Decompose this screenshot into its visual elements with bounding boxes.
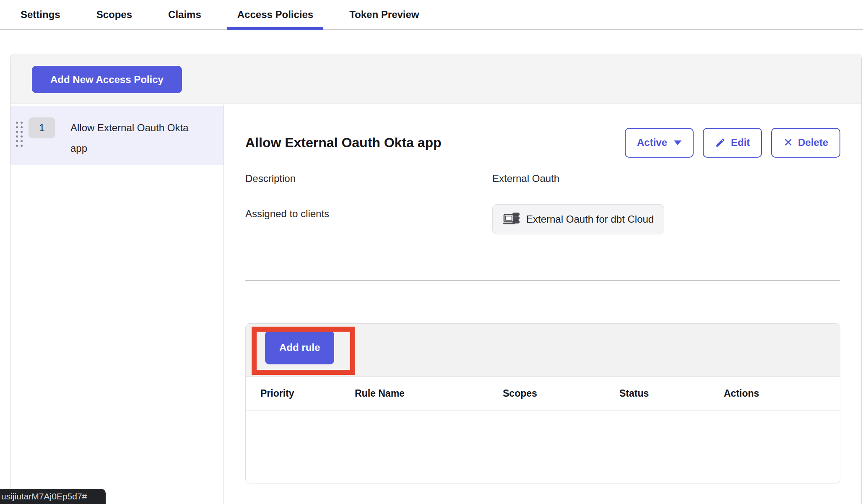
column-header-rule-name: Rule Name [355,388,503,399]
tab-token-preview-label: Token Preview [349,9,419,21]
chevron-down-icon [674,140,681,145]
column-header-status: Status [619,388,724,399]
drag-handle-icon[interactable] [16,122,23,147]
pencil-icon [715,137,726,148]
client-chip-label: External Oauth for dbt Cloud [526,213,654,225]
tab-claims[interactable]: Claims [158,0,211,29]
tab-scopes-label: Scopes [96,9,132,21]
rules-table-header: Priority Rule Name Scopes Status Actions [246,377,840,410]
tab-token-preview[interactable]: Token Preview [339,0,429,29]
policy-order-badge: 1 [29,117,55,138]
policy-list-item[interactable]: 1 Allow External Oauth Okta app [10,106,224,165]
policy-title: Allow External Oauth Okta app [245,135,442,151]
tab-access-policies-label: Access Policies [237,9,313,21]
delete-button[interactable]: ✕ Delete [771,128,840,158]
tab-access-policies[interactable]: Access Policies [227,0,323,29]
assigned-clients-row: Assigned to clients External Oauth for d… [245,208,840,234]
description-row: Description External Oauth [245,173,840,184]
add-rule-button[interactable]: Add rule [265,331,334,364]
tab-claims-label: Claims [168,9,201,21]
panel-body: 1 Allow External Oauth Okta app Allow Ex… [10,104,861,504]
client-chip: External Oauth for dbt Cloud [492,204,664,234]
delete-button-label: Delete [798,137,828,148]
column-header-priority: Priority [246,388,355,399]
policy-detail-pane: Allow External Oauth Okta app Active Edi… [224,104,861,504]
close-x-icon: ✕ [783,137,793,148]
description-label: Description [245,173,492,184]
policy-detail-header: Allow External Oauth Okta app Active Edi… [245,126,840,159]
policy-list-sidebar: 1 Allow External Oauth Okta app [10,104,224,504]
policy-action-buttons: Active Edit ✕ Delete [625,128,840,158]
tab-settings[interactable]: Settings [10,0,70,29]
tab-scopes[interactable]: Scopes [86,0,142,29]
assigned-clients-label: Assigned to clients [245,208,492,220]
rules-card: Add rule Priority Rule Name Scopes Statu… [245,323,840,483]
description-value: External Oauth [492,173,559,184]
rules-table-body-empty [246,410,840,483]
column-header-scopes: Scopes [503,388,619,399]
status-dropdown-button[interactable]: Active [625,128,694,158]
edit-button-label: Edit [731,137,750,148]
add-new-access-policy-button[interactable]: Add New Access Policy [32,66,182,93]
policy-name-label: Allow External Oauth Okta app [70,117,192,158]
panel-header: Add New Access Policy [10,54,861,104]
column-header-actions: Actions [724,388,840,399]
active-tab-underline [227,27,323,30]
section-divider [245,280,840,281]
edit-button[interactable]: Edit [703,128,762,158]
rules-toolbar: Add rule [246,324,840,377]
tab-bar: Settings Scopes Claims Access Policies T… [0,0,863,30]
url-preview-tooltip: usijiutarM7Aj0Ep5d7# [0,489,106,504]
tab-settings-label: Settings [21,9,60,21]
laptop-database-icon [503,212,520,227]
status-dropdown-label: Active [637,137,667,148]
access-policies-panel: Add New Access Policy 1 Allow External O… [10,54,862,504]
